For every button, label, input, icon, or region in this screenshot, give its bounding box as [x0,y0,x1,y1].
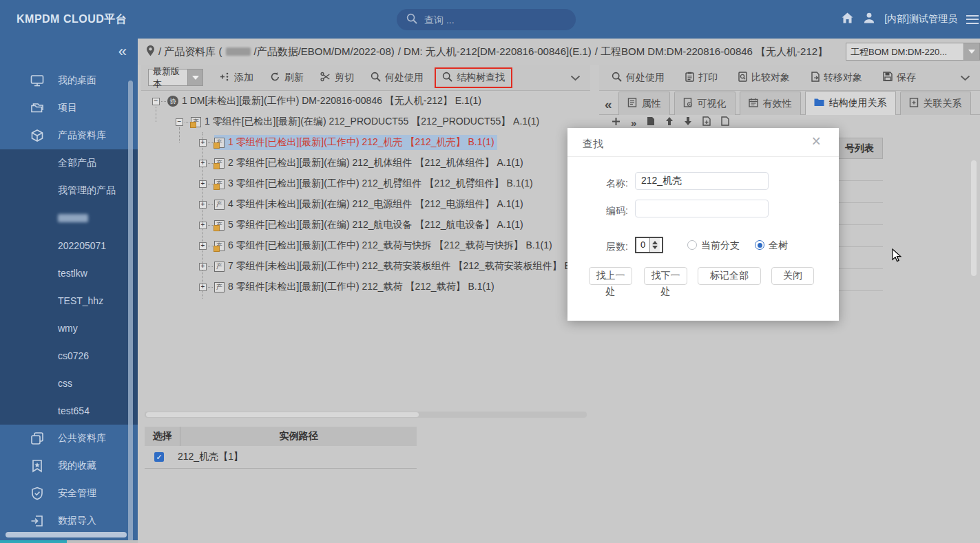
radio-current-branch-label[interactable]: 当前分支 [701,239,740,252]
where-used-button[interactable]: 何处使用 [612,72,665,84]
mark-all-button[interactable]: 标记全部 [698,267,761,285]
find-next-button[interactable]: 找下一处 [644,267,687,285]
expand-node-icon[interactable] [199,201,207,209]
code-input[interactable] [635,200,769,217]
collapse-sidebar-icon[interactable] [118,44,127,59]
tree-node-jiti[interactable]: 2 零组件[已检出][最新](在编) 212_机体组件 【212_机体组件】 A… [141,153,590,173]
tree-horizontal-scrollbar[interactable] [145,412,587,418]
tab-visualization[interactable]: 可视化 [674,92,736,115]
sidebar-subitem-test654[interactable]: test654 [0,397,138,425]
sidebar-item-public-library[interactable]: 公共资料库 [0,425,138,452]
tab-effectivity[interactable]: 有效性 [740,92,801,115]
sidebar-subitem-all-products[interactable]: 全部产品 [0,149,138,177]
arrow-down-icon[interactable] [684,116,692,129]
expand-node-icon[interactable] [199,284,207,291]
table-row[interactable]: 212_机壳【1】 [145,446,417,469]
step-up-icon[interactable] [652,241,658,244]
level-stepper[interactable]: 0 [635,237,663,253]
print-button[interactable]: 打印 [685,72,718,84]
name-input[interactable] [635,172,769,190]
sidebar-subitem-202205071[interactable]: 202205071 [0,232,138,259]
tree-node-product55[interactable]: 1 零组件[已检出][最新](在编) 212_PRODUCT55 【212_PR… [141,111,590,132]
where-used-button[interactable]: 何处使用 [371,72,424,84]
cut-button[interactable]: 剪切 [320,72,354,84]
tree-node-anzhuangban[interactable]: 7 零组件[未检出][最新](工作中) 212_载荷安装板组件 【212_载荷安… [141,256,590,277]
tree-node-zaihe[interactable]: 8 零组件[未检出][最新](工作中) 212_载荷 【212_载荷】 B.1(… [141,277,590,297]
scrollbar-thumb[interactable] [146,412,419,417]
expand-node-icon[interactable] [199,263,207,270]
transfer-button[interactable]: 转移对象 [811,72,862,84]
sidebar-subitem-testlkw[interactable]: testlkw [0,259,138,287]
document-icon[interactable] [721,116,729,129]
breadcrumb-part2[interactable]: /产品数据/EBOM/DM/2022-08) [254,45,395,58]
sidebar-subitem-redacted[interactable] [0,204,138,232]
sidebar-subitem-wmy[interactable]: wmy [0,315,138,342]
step-down-icon[interactable] [652,246,658,249]
document-filled-icon[interactable] [647,116,655,129]
close-icon[interactable] [812,134,821,149]
tab-associations[interactable]: 关联关系 [900,92,971,115]
sidebar-vertical-scrollbar[interactable] [128,81,133,543]
checkbox-checked[interactable] [154,452,164,462]
close-button[interactable]: 关闭 [771,267,814,285]
menu-icon[interactable] [966,15,979,24]
sidebar-item-my-desktop[interactable]: 我的桌面 [0,67,138,94]
sidebar-subitem-css[interactable]: css [0,370,138,397]
tree-node-jibi[interactable]: 3 零组件[已检出][最新](工作中) 212_机臂组件 【212_机臂组件】 … [141,173,590,194]
version-selector[interactable]: 最新版本 [148,69,203,86]
plus-icon[interactable] [612,116,621,129]
breadcrumb-part1[interactable]: / 产品资料库 ( [158,45,222,58]
tree-search-button[interactable]: 结构树查找 [435,67,512,88]
tabs-scroll-right-icon[interactable] [975,97,980,115]
tree-node-zaihe-kuaichai[interactable]: 6 零组件[已检出][最新](工作中) 212_载荷与快拆 【212_载荷与快拆… [141,235,590,256]
sidebar-item-data-import[interactable]: 数据导入 [0,507,138,535]
sidebar-item-product-library[interactable]: 产品资料库 [0,122,138,149]
sidebar-subitem-cs0726[interactable]: cs0726 [0,342,138,370]
search-input[interactable] [424,14,548,25]
collapse-node-icon[interactable] [176,118,183,126]
dropdown-arrow-icon[interactable] [964,43,980,61]
arrow-up-icon[interactable] [665,116,674,129]
save-button[interactable]: 保存 [883,72,916,84]
breadcrumb-part3[interactable]: / DM: 无人机-212[DM-220816-00846](E.1) [398,45,592,58]
tab-structure-usage[interactable]: 结构使用关系 [805,91,896,115]
bom-view-selector[interactable]: 工程BOM DM:DM-220... [846,43,980,61]
refresh-button[interactable]: 刷新 [270,72,304,84]
collapse-node-icon[interactable] [152,98,160,105]
radio-full-tree-label[interactable]: 全树 [769,239,788,252]
sidebar-item-security[interactable]: 安全管理 [0,480,138,507]
expand-more-icon[interactable] [631,117,636,129]
document-add-icon[interactable] [702,116,711,129]
expand-node-icon[interactable] [199,242,207,250]
compare-button[interactable]: 比较对象 [738,72,790,84]
expand-node-icon[interactable] [199,160,207,167]
sidebar-item-my-favorites[interactable]: 我的收藏 [0,452,138,480]
global-search[interactable] [397,9,576,30]
sidebar-subitem-my-managed-products[interactable]: 我管理的产品 [0,177,138,204]
chevron-down-icon[interactable] [570,72,581,83]
chevron-down-icon[interactable] [960,72,970,83]
tree-node-dm-root[interactable]: 1 DM[未检出][最新](工作中) DM-220816-00846 【无人机-… [141,91,590,111]
find-previous-button[interactable]: 找上一处 [589,267,632,285]
current-user[interactable]: [内部]测试管理员 [884,13,957,25]
dropdown-arrow-icon[interactable] [188,69,203,86]
sidebar-horizontal-scrollbar[interactable] [6,532,127,537]
tree-node-jike-selected[interactable]: 1 零组件[已检出][最新](工作中) 212_机壳 【212_机壳】 B.1(… [141,132,590,153]
tab-properties[interactable]: 属性 [618,92,670,115]
radio-full-tree-selected[interactable] [755,240,764,250]
radio-current-branch[interactable] [687,240,697,250]
sidebar-subitem-test-hhz[interactable]: TEST_hhz [0,287,138,315]
add-button[interactable]: 添加 [220,72,253,84]
tabs-scroll-left-icon[interactable] [599,97,618,115]
tree-node-dianyuan[interactable]: 4 零组件[未检出][最新](在编) 212_电源组件 【212_电源组件】 A… [141,194,590,215]
detail-vertical-scrollbar[interactable] [971,160,977,276]
expand-node-icon[interactable] [199,222,207,229]
tree-node-hangdian[interactable]: 5 零组件[已检出][最新](在编) 212_航电设备 【212_航电设备】 A… [141,215,590,235]
breadcrumb-part4[interactable]: / 工程BOM DM:DM-220816-00846 【无人机-212】 [595,45,828,58]
user-icon[interactable] [863,12,875,27]
home-icon[interactable] [841,12,854,27]
stepper-arrows[interactable] [649,238,660,252]
expand-node-icon[interactable] [199,180,207,188]
expand-node-icon[interactable] [199,139,207,147]
sidebar-item-projects[interactable]: 项目 [0,94,138,122]
